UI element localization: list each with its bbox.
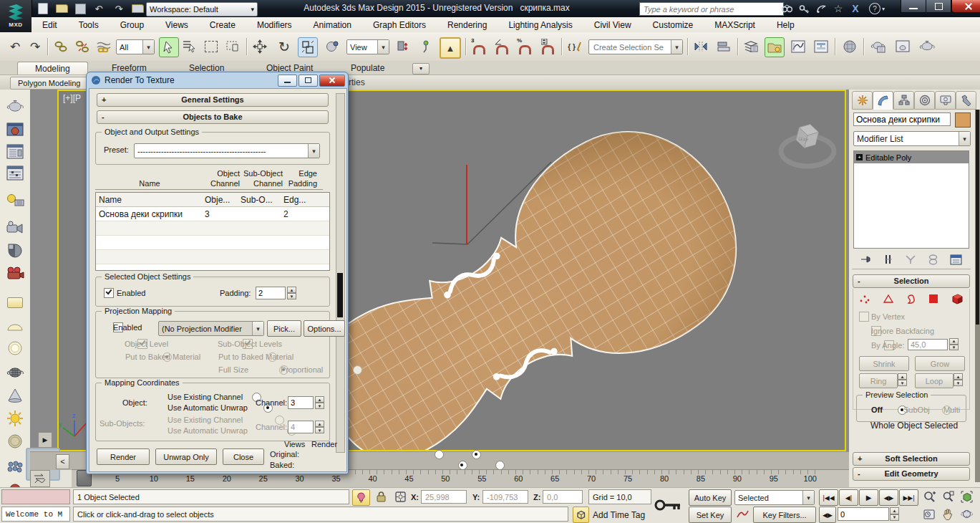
favorites-star-icon[interactable]: ☆	[830, 2, 846, 15]
object-color-swatch[interactable]	[955, 112, 971, 128]
render-setup-window-icon[interactable]	[5, 142, 25, 162]
padding-input[interactable]	[256, 287, 286, 299]
menu-item[interactable]: MAXScript	[704, 20, 766, 30]
unwrap-only-button[interactable]: Unwrap Only	[155, 448, 217, 465]
select-object-icon[interactable]	[159, 37, 179, 57]
show-end-result-icon[interactable]	[884, 254, 893, 265]
vertex-mode-icon[interactable]	[859, 294, 870, 304]
dome-light-icon[interactable]	[5, 315, 25, 335]
ribbon-tab-modeling[interactable]: Modeling	[17, 62, 88, 75]
bake-objects-list[interactable]: NameObje...Sub-O...Edg... Основа деки ск…	[95, 192, 330, 271]
bake-object-row[interactable]: Основа деки скрипки32	[96, 207, 329, 221]
rendered-frame-window-icon[interactable]	[893, 37, 912, 56]
zoom-all-icon[interactable]	[939, 489, 956, 504]
menu-item[interactable]: Rendering	[437, 20, 498, 30]
save-icon[interactable]	[73, 2, 87, 15]
panel-scrollbar[interactable]	[975, 110, 980, 482]
menu-item[interactable]: Customize	[642, 20, 704, 30]
environment-settings-icon[interactable]	[5, 163, 25, 183]
make-unique-icon[interactable]	[905, 254, 916, 264]
zoom-extents-icon[interactable]	[958, 489, 975, 504]
dialog-close-button[interactable]	[319, 75, 345, 87]
render-teapot-icon[interactable]	[5, 97, 25, 117]
enabled-checkbox[interactable]	[104, 288, 114, 298]
render-production-icon[interactable]	[918, 37, 936, 56]
window-crossing-toggle-icon[interactable]	[223, 37, 242, 56]
close-button[interactable]	[951, 0, 980, 13]
menu-item[interactable]: Lighting Analysis	[498, 20, 583, 30]
material-editor-window-icon[interactable]	[5, 120, 25, 140]
maxscript-mini-listener[interactable]: Welcome to M	[1, 507, 70, 522]
spheres-array-icon[interactable]	[5, 457, 25, 477]
polygon-mode-icon[interactable]	[928, 294, 938, 304]
z-coordinate-field[interactable]: 0,0	[543, 490, 583, 504]
named-selection-set-dropdown[interactable]: ▾	[588, 39, 683, 54]
project-folder-icon[interactable]	[130, 2, 145, 15]
rectangular-selection-region-icon[interactable]	[202, 37, 220, 56]
undo-icon[interactable]: ↶	[92, 2, 106, 15]
menu-item[interactable]: Views	[155, 20, 199, 30]
tab-utilities[interactable]	[956, 91, 976, 110]
scene-explorer-icon[interactable]	[765, 37, 785, 57]
rollout-general-settings[interactable]: +General Settings	[97, 93, 329, 107]
options-button[interactable]: Options...	[304, 320, 345, 337]
key-filters-button[interactable]: Key Filters...	[753, 507, 816, 523]
select-and-link-icon[interactable]	[52, 37, 70, 56]
cone-icon[interactable]	[5, 385, 25, 406]
modifier-list-dropdown[interactable]: Modifier List▾	[853, 131, 971, 146]
projection-modifier-dropdown[interactable]: (No Projection Modifier▾	[158, 321, 264, 336]
redo-icon[interactable]: ↷	[26, 37, 44, 56]
stack-item-editable-poly[interactable]: + Editable Poly	[854, 151, 969, 163]
configure-modifier-sets-icon[interactable]	[950, 254, 962, 265]
keyboard-shortcut-override-icon[interactable]: ▲	[440, 37, 461, 59]
spinner-snap-toggle-icon[interactable]	[538, 37, 557, 56]
pick-button[interactable]: Pick...	[267, 320, 301, 337]
by-angle-spinner[interactable]: ▲▼	[949, 338, 959, 350]
list-header-row[interactable]: NameObje...Sub-O...Edg...	[96, 193, 329, 207]
viewport-label[interactable]: [+][P	[63, 93, 81, 103]
time-configuration-icon[interactable]	[921, 507, 938, 522]
search-binoculars-icon[interactable]	[779, 2, 795, 15]
help-icon[interactable]: ? ▾	[869, 2, 885, 15]
border-mode-icon[interactable]	[906, 294, 916, 304]
mirror-icon[interactable]	[692, 37, 710, 56]
violin-mesh[interactable]	[279, 95, 774, 450]
current-frame-input[interactable]	[838, 507, 889, 521]
named-selection-input[interactable]	[592, 42, 671, 52]
modifier-stack[interactable]: + Editable Poly	[853, 150, 969, 249]
layer-manager-icon[interactable]	[742, 37, 760, 56]
wire-teapot-icon[interactable]	[5, 363, 25, 383]
select-by-name-icon[interactable]	[180, 37, 199, 56]
select-and-move-icon[interactable]	[251, 37, 269, 56]
workspace-selector[interactable]: Workspace: Default ▾	[146, 2, 258, 16]
isolate-selection-lamp-icon[interactable]	[352, 489, 370, 506]
by-angle-input[interactable]	[908, 339, 948, 350]
restore-button[interactable]	[926, 0, 951, 13]
tab-modify[interactable]	[873, 91, 893, 110]
menu-item[interactable]: Help	[766, 20, 805, 30]
mini-curve-editor-icon[interactable]	[30, 470, 50, 487]
grow-button[interactable]: Grow	[915, 356, 965, 371]
rollout-selection[interactable]: -Selection	[853, 274, 970, 288]
key-mode-dropdown[interactable]: Selected▾	[734, 490, 815, 505]
select-and-rotate-icon[interactable]: ↻	[275, 37, 293, 56]
remove-modifier-icon[interactable]	[928, 254, 938, 265]
expand-icon[interactable]: +	[856, 154, 863, 160]
application-menu-button[interactable]: MXD	[0, 0, 32, 32]
auto-key-button[interactable]: Auto Key	[689, 489, 732, 506]
shrink-button[interactable]: Shrink	[859, 356, 909, 371]
dialog-restore-button[interactable]	[299, 75, 318, 87]
view-cube[interactable]: LEFT	[781, 122, 834, 166]
set-key-button[interactable]: Set Key	[689, 507, 732, 523]
maxscript-mini-listener-pink[interactable]	[1, 489, 70, 504]
exchange-apps-icon[interactable]: X	[848, 2, 863, 15]
dialog-title-bar[interactable]: Render To Texture	[87, 72, 348, 88]
loop-spinner[interactable]: ▲▼	[954, 373, 963, 386]
material-editor-icon[interactable]	[840, 37, 859, 56]
zoom-icon[interactable]	[921, 489, 938, 504]
schematic-view-icon[interactable]	[812, 37, 830, 56]
default-in-out-tangents-icon[interactable]	[734, 507, 750, 522]
ring-button[interactable]: Ring	[859, 373, 898, 388]
key-step-toggle[interactable]: ◀▶	[819, 507, 836, 523]
y-coordinate-field[interactable]: -109,753	[482, 490, 528, 504]
